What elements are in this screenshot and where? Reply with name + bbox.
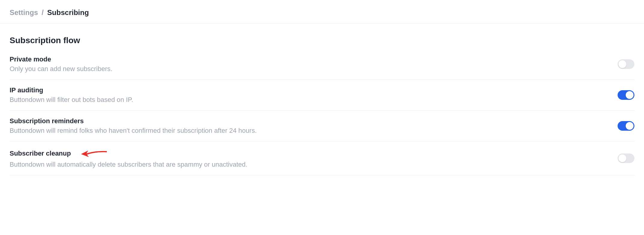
annotation-arrow-icon [80, 148, 107, 159]
setting-title: Subscriber cleanup [10, 150, 71, 157]
setting-title: Subscription reminders [10, 117, 84, 125]
settings-list: Private modeOnly you can add new subscri… [10, 55, 634, 175]
toggle-private-mode[interactable] [618, 59, 634, 69]
toggle-knob [618, 60, 626, 68]
breadcrumb-separator: / [42, 8, 44, 17]
breadcrumb-parent[interactable]: Settings [10, 8, 38, 17]
section-title: Subscription flow [10, 36, 634, 45]
setting-row-subscriber-cleanup: Subscriber cleanupButtondown will automa… [10, 141, 634, 175]
setting-title-wrap: IP auditing [10, 86, 133, 94]
setting-text: IP auditingButtondown will filter out bo… [10, 86, 133, 104]
breadcrumb: Settings / Subscribing [0, 0, 644, 24]
setting-title-wrap: Private mode [10, 55, 112, 63]
toggle-ip-auditing[interactable] [618, 90, 634, 100]
setting-text: Private modeOnly you can add new subscri… [10, 55, 112, 73]
setting-title-wrap: Subscription reminders [10, 117, 257, 125]
setting-title: Private mode [10, 55, 51, 63]
breadcrumb-current: Subscribing [47, 8, 89, 17]
setting-row-private-mode: Private modeOnly you can add new subscri… [10, 55, 634, 80]
setting-row-subscription-reminders: Subscription remindersButtondown will re… [10, 111, 634, 141]
setting-title-wrap: Subscriber cleanup [10, 148, 247, 159]
setting-description: Buttondown will automatically delete sub… [10, 161, 247, 168]
setting-row-ip-auditing: IP auditingButtondown will filter out bo… [10, 80, 634, 111]
toggle-knob [626, 91, 633, 99]
settings-content: Subscription flow Private modeOnly you c… [0, 24, 644, 175]
toggle-knob [618, 154, 626, 162]
setting-title: IP auditing [10, 86, 43, 94]
toggle-subscription-reminders[interactable] [618, 121, 634, 131]
setting-description: Buttondown will filter out bots based on… [10, 96, 133, 104]
setting-description: Buttondown will remind folks who haven't… [10, 127, 257, 135]
toggle-subscriber-cleanup[interactable] [618, 153, 634, 163]
setting-text: Subscription remindersButtondown will re… [10, 117, 257, 135]
setting-description: Only you can add new subscribers. [10, 65, 112, 73]
toggle-knob [626, 122, 633, 130]
setting-text: Subscriber cleanupButtondown will automa… [10, 148, 247, 168]
